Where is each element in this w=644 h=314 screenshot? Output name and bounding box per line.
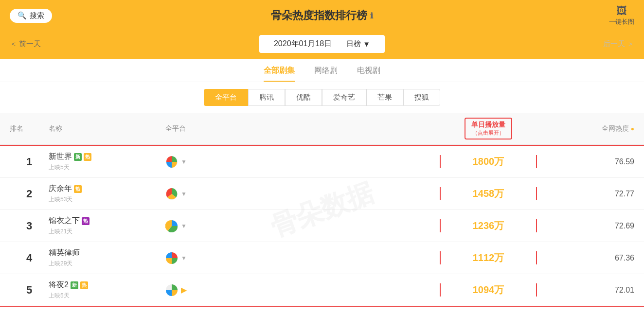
nav-variety[interactable]: ✦ 综艺 [152,312,164,314]
video-sites-icon: ⊞ [476,312,484,314]
show-name-3[interactable]: 锦衣之下 [49,216,80,226]
col-daily-label: 单日播放量 [471,121,505,129]
show-name-2[interactable]: 庆余年 [49,184,72,194]
show-name-4[interactable]: 精英律师 [49,248,80,258]
table-row: 4 精英律师 上映29天 ▼ 1112万 67.36 [0,242,644,274]
nav-movies[interactable]: ◉ 电影 [258,312,269,314]
tag-new-5: 新 [71,281,78,289]
rank-4: 4 [10,252,49,264]
platform-icons-2: ▼ [165,188,440,200]
pie-chart-2 [165,188,178,200]
pie-chart-5 [165,284,178,297]
tag-up-3: 热 [82,217,89,225]
col-rank: 排名 [10,124,49,133]
col-platform: 全平台 [165,124,440,133]
screenshot-icon: 🖼 [616,5,627,17]
platform-icons-5: ▶ [165,284,440,297]
title-text: 骨朵热度指数排行榜 [271,8,367,23]
tag-hot-1: 热 [84,153,91,161]
screenshot-label: 一键长图 [609,17,634,26]
rank-1: 1 [10,156,49,168]
daily-4: 1112万 [440,251,537,264]
bottom-nav: ▶ 剧集 ✦ 综艺 ◉ 电影 ✏ 艺人 ⊞ 视频网站 ☺ 动漫 [0,307,644,314]
heat-4: 67.36 [537,254,634,262]
period-selector[interactable]: 日榜 ▼ [346,39,370,49]
show-info-3: 锦衣之下 热 上映21天 [49,216,165,236]
tag-hot-5: 热 [80,281,88,289]
prev-day-button[interactable]: ＜ 前一天 [10,39,41,49]
search-icon: 🔍 [18,11,27,20]
show-sub-1: 上映5天 [49,163,165,172]
col-daily-header[interactable]: 单日播放量 （点击展开） [465,118,512,140]
tag-hot-2: 热 [74,185,82,193]
dropdown-arrow-4[interactable]: ▼ [181,255,187,262]
col-heat-header: 全网热度 ● [537,124,634,133]
dramas-icon: ▶ [49,312,57,314]
show-info-5: 将夜2 新 热 上映5天 [49,280,165,300]
dropdown-arrow-3[interactable]: ▼ [181,223,187,229]
platform-filter: 全平台 腾讯 优酷 爱奇艺 芒果 搜狐 [0,82,644,113]
platform-mango[interactable]: 芒果 [366,89,403,106]
rank-3: 3 [10,220,49,232]
tab-tv-dramas[interactable]: 电视剧 [357,66,380,82]
heat-2: 72.77 [537,190,634,198]
info-icon[interactable]: ℹ [370,11,373,20]
show-sub-5: 上映5天 [49,292,165,300]
show-info-1: 新世界 新 热 上映5天 [49,152,165,172]
col-daily-sub: （点击展开） [471,129,505,137]
rank-5: 5 [10,284,49,297]
table-row: 2 庆余年 热 上映53天 ▼ 1458万 72.77 [0,178,644,210]
pie-chart-1 [165,156,178,168]
tag-new-1: 新 [74,153,82,161]
date-display[interactable]: 2020年01月18日 [274,39,332,49]
table-row: 5 将夜2 新 热 上映5天 ▶ 1094万 72.01 [0,274,644,307]
platform-icons-4: ▼ [165,252,440,264]
nav-anime[interactable]: ☺ 动漫 [586,312,597,314]
anime-icon: ☺ [586,312,596,314]
dropdown-arrow-2[interactable]: ▼ [181,191,187,197]
search-button[interactable]: 🔍 搜索 [10,9,52,23]
date-selector: 2020年01月18日 日榜 ▼ [259,35,385,53]
tab-web-dramas[interactable]: 网络剧 [314,66,338,82]
show-info-2: 庆余年 热 上映53天 [49,184,165,204]
dropdown-arrow-5[interactable]: ▶ [181,285,187,295]
table-body: 1 新世界 新 热 上映5天 ▼ 1800万 76.59 2 [0,145,644,307]
table-header: 排名 名称 全平台 单日播放量 （点击展开） 全网热度 ● [0,113,644,145]
search-label: 搜索 [30,11,44,20]
pie-chart-3 [165,220,178,232]
daily-1: 1800万 [440,155,537,168]
tab-all-dramas[interactable]: 全部剧集 [264,66,295,82]
dropdown-arrow-1[interactable]: ▼ [181,158,187,165]
show-sub-4: 上映29天 [49,260,165,268]
nav-video-sites[interactable]: ⊞ 视频网站 [468,312,492,314]
date-bar: ＜ 前一天 2020年01月18日 日榜 ▼ 后一天 ＞ [0,31,644,59]
header-title: 骨朵热度指数排行榜 ℹ [271,8,373,23]
next-day-button[interactable]: 后一天 ＞ [603,39,634,49]
platform-youku[interactable]: 优酷 [285,89,322,106]
heat-3: 72.69 [537,222,634,230]
platform-tencent[interactable]: 腾讯 [248,89,285,106]
show-name-1[interactable]: 新世界 [49,152,72,162]
rank-2: 2 [10,188,49,200]
table-row: 3 锦衣之下 热 上映21天 ▼ 1236万 72.69 [0,210,644,242]
artists-icon: ✏ [364,312,373,314]
show-sub-2: 上映53天 [49,195,165,204]
platform-sohu[interactable]: 搜狐 [403,89,440,106]
nav-dramas[interactable]: ▶ 剧集 [47,312,58,314]
period-arrow: ▼ [363,40,370,48]
screenshot-button[interactable]: 🖼 一键长图 [609,5,634,26]
platform-all[interactable]: 全平台 [204,89,248,106]
period-label: 日榜 [346,39,361,49]
show-sub-3: 上映21天 [49,227,165,236]
col-heat-label: 全网热度 [602,124,629,133]
platform-iqiyi[interactable]: 爱奇艺 [322,89,366,106]
daily-5: 1094万 [440,283,537,297]
category-tabs: 全部剧集 网络剧 电视剧 [0,59,644,82]
movies-icon: ◉ [259,312,268,314]
table-row: 1 新世界 新 热 上映5天 ▼ 1800万 76.59 [0,145,644,178]
nav-artists[interactable]: ✏ 艺人 [363,312,375,314]
daily-3: 1236万 [440,219,537,232]
daily-2: 1458万 [440,187,537,200]
show-info-4: 精英律师 上映29天 [49,248,165,268]
show-name-5[interactable]: 将夜2 [49,280,69,290]
